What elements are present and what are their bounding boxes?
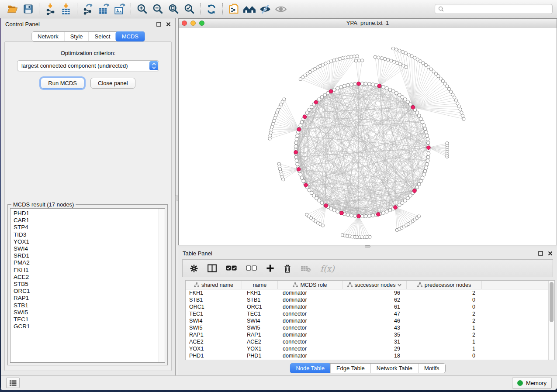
- export-image-button[interactable]: [112, 2, 128, 16]
- table-cell: FKH1: [186, 289, 242, 296]
- mcds-result-item[interactable]: TEC1: [14, 316, 159, 323]
- mcds-result-item[interactable]: GCR1: [14, 323, 159, 330]
- save-session-button[interactable]: [20, 2, 36, 16]
- new-network-from-selection-icon: [228, 3, 240, 15]
- table-row[interactable]: STB1STB1dominator620: [186, 296, 548, 303]
- search-field[interactable]: [435, 4, 553, 14]
- window-minimize-icon[interactable]: [190, 21, 196, 26]
- table-row[interactable]: SWI5SWI5connector431: [186, 324, 548, 331]
- export-network-button[interactable]: [80, 2, 96, 16]
- close-panel-icon[interactable]: [548, 251, 553, 256]
- column-header-successor-nodes[interactable]: successor nodes: [343, 281, 407, 289]
- mcds-result-item[interactable]: PMA2: [14, 259, 159, 266]
- hide-selected-button[interactable]: [257, 2, 273, 16]
- show-all-button[interactable]: [273, 2, 289, 16]
- mcds-result-item[interactable]: RAP1: [14, 295, 159, 302]
- export-table-button[interactable]: [96, 2, 112, 16]
- mcds-result-item[interactable]: TID3: [14, 231, 159, 238]
- tab-network[interactable]: Network: [32, 32, 64, 41]
- table-row[interactable]: TEC1TEC1connector472: [186, 310, 548, 317]
- column-header-name[interactable]: name: [242, 281, 278, 289]
- deselect-all-rows-button[interactable]: [246, 265, 257, 271]
- mcds-result-item[interactable]: YOX1: [14, 238, 159, 245]
- status-bar: Memory: [1, 375, 557, 390]
- open-file-button[interactable]: [4, 2, 20, 16]
- table-cell: connector: [278, 324, 343, 331]
- tab-edge-table[interactable]: Edge Table: [330, 364, 370, 373]
- table-cell: ACE2: [242, 338, 278, 345]
- apply-layout-button[interactable]: [204, 2, 219, 16]
- tab-select[interactable]: Select: [89, 32, 116, 41]
- mcds-result-item[interactable]: ORC1: [14, 288, 159, 295]
- column-header-shared-name[interactable]: shared name: [186, 281, 242, 289]
- mcds-result-item[interactable]: CAR1: [14, 217, 159, 224]
- column-header-mcds-role[interactable]: MCDS role: [278, 281, 343, 289]
- float-panel-icon[interactable]: [538, 251, 543, 256]
- window-maximize-icon[interactable]: [199, 21, 204, 26]
- mcds-result-item[interactable]: SWI5: [14, 309, 159, 316]
- control-panel-header: Control Panel: [1, 18, 175, 30]
- mcds-list-scrollbar[interactable]: [159, 209, 165, 362]
- close-panel-icon[interactable]: [166, 22, 171, 27]
- column-header-predecessor-nodes[interactable]: predecessor nodes: [407, 281, 482, 289]
- network-window-titlebar[interactable]: YPA_prune.txt_1: [179, 19, 557, 28]
- tab-motifs[interactable]: Motifs: [418, 364, 445, 373]
- table-row[interactable]: ORC1ORC1dominator610: [186, 303, 548, 310]
- criterion-select[interactable]: largest connected component (undirected): [17, 60, 159, 71]
- mcds-result-item[interactable]: STB5: [14, 281, 159, 288]
- table-row[interactable]: PHD1PHD1dominator180: [186, 352, 548, 359]
- new-network-from-selection-button[interactable]: [226, 2, 242, 16]
- import-table-button[interactable]: [58, 2, 74, 16]
- table-cell: 35: [343, 331, 407, 338]
- zoom-selected-button[interactable]: [181, 2, 197, 16]
- table-cell: dominator: [278, 331, 343, 338]
- save-icon: [23, 3, 34, 14]
- run-mcds-button[interactable]: Run MCDS: [41, 78, 84, 89]
- import-network-icon: [45, 3, 56, 15]
- tab-mcds[interactable]: MCDS: [116, 31, 145, 41]
- table-cell: 1: [407, 338, 482, 345]
- table-scrollbar[interactable]: [548, 281, 554, 360]
- mcds-result-item[interactable]: SRD1: [14, 252, 159, 259]
- memory-button[interactable]: Memory: [512, 378, 552, 389]
- search-input[interactable]: [446, 6, 549, 13]
- zoom-in-button[interactable]: [134, 2, 150, 16]
- mcds-result-item[interactable]: SWI4: [14, 245, 159, 252]
- show-task-history-button[interactable]: [6, 378, 20, 388]
- table-row[interactable]: SWI4SWI4dominator462: [186, 317, 548, 324]
- close-panel-button[interactable]: Close panel: [90, 78, 135, 89]
- table-row[interactable]: FKH1FKH1dominator962: [186, 289, 548, 296]
- table-scrollbar-thumb[interactable]: [550, 282, 554, 322]
- zoom-out-button[interactable]: [150, 2, 166, 16]
- toolbar-separator: [39, 3, 39, 15]
- mcds-result-item[interactable]: FKH1: [14, 267, 159, 274]
- mcds-result-item[interactable]: PHD1: [14, 210, 159, 217]
- tab-style[interactable]: Style: [64, 32, 89, 41]
- first-neighbors-button[interactable]: [242, 2, 257, 16]
- horizontal-splitter-handle[interactable]: [365, 245, 370, 248]
- show-column-panel-button[interactable]: [208, 264, 217, 272]
- vertical-splitter-handle[interactable]: [175, 196, 178, 201]
- tab-network-table[interactable]: Network Table: [370, 364, 418, 373]
- table-cell: 0: [407, 296, 482, 303]
- create-column-button[interactable]: [266, 264, 274, 272]
- import-network-button[interactable]: [42, 2, 58, 16]
- zoom-fit-button[interactable]: [166, 2, 181, 16]
- horizontal-splitter[interactable]: [178, 245, 557, 248]
- table-settings-button[interactable]: [190, 264, 198, 273]
- mcds-result-item[interactable]: ACE2: [14, 274, 159, 281]
- delete-column-button[interactable]: [284, 264, 291, 273]
- mcds-result-item[interactable]: STP4: [14, 224, 159, 231]
- split-pane-icon: [208, 264, 217, 272]
- table-row[interactable]: YOX1YOX1connector291: [186, 345, 548, 352]
- table-row[interactable]: ACE2ACE2connector311: [186, 338, 548, 345]
- mcds-result-item[interactable]: STB1: [14, 302, 159, 309]
- float-panel-icon[interactable]: [156, 22, 161, 27]
- window-close-icon[interactable]: [182, 21, 187, 26]
- desktop-wallpaper-sliver: [0, 18, 1, 390]
- network-canvas[interactable]: [179, 28, 557, 245]
- table-cell: RAP1: [242, 331, 278, 338]
- table-row[interactable]: RAP1RAP1dominator352: [186, 331, 548, 338]
- tab-node-table[interactable]: Node Table: [290, 363, 331, 373]
- select-all-rows-button[interactable]: [226, 265, 237, 271]
